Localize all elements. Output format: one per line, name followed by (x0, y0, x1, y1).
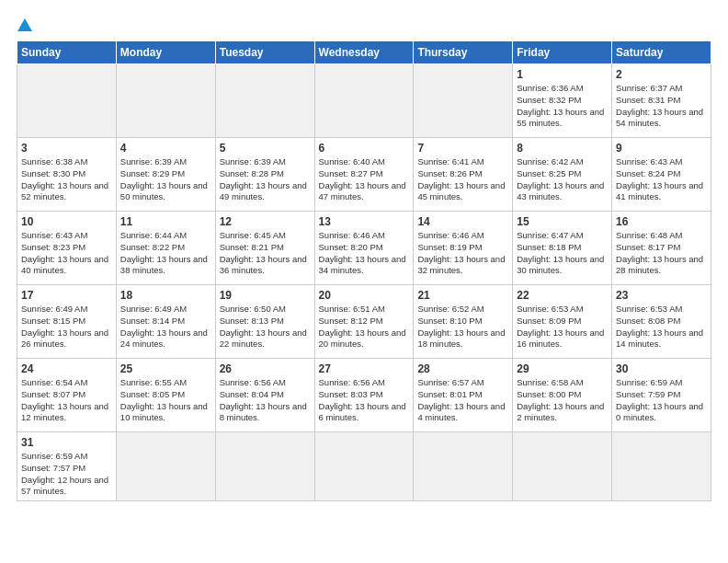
day-info: Sunrise: 6:59 AM Sunset: 7:57 PM Dayligh… (21, 451, 112, 498)
calendar-cell-2-5: 7Sunrise: 6:41 AM Sunset: 8:26 PM Daylig… (414, 138, 513, 212)
day-number: 27 (319, 362, 410, 375)
calendar-cell-2-7: 9Sunrise: 6:43 AM Sunset: 8:24 PM Daylig… (612, 138, 711, 212)
day-number: 28 (417, 362, 508, 375)
logo-icon (17, 17, 33, 33)
day-number: 18 (120, 289, 211, 302)
calendar-cell-3-6: 15Sunrise: 6:47 AM Sunset: 8:18 PM Dayli… (513, 212, 612, 285)
day-info: Sunrise: 6:49 AM Sunset: 8:14 PM Dayligh… (120, 304, 211, 350)
day-info: Sunrise: 6:43 AM Sunset: 8:24 PM Dayligh… (616, 156, 707, 203)
day-info: Sunrise: 6:37 AM Sunset: 8:31 PM Dayligh… (616, 83, 707, 130)
calendar-cell-6-6 (513, 432, 612, 501)
calendar-cell-5-7: 30Sunrise: 6:59 AM Sunset: 7:59 PM Dayli… (612, 359, 711, 432)
calendar-cell-1-7: 2Sunrise: 6:37 AM Sunset: 8:31 PM Daylig… (612, 64, 711, 138)
page: SundayMondayTuesdayWednesdayThursdayFrid… (0, 0, 728, 563)
calendar: SundayMondayTuesdayWednesdayThursdayFrid… (17, 40, 711, 501)
calendar-cell-4-1: 17Sunrise: 6:49 AM Sunset: 8:15 PM Dayli… (17, 285, 117, 359)
calendar-cell-4-4: 20Sunrise: 6:51 AM Sunset: 8:12 PM Dayli… (314, 285, 414, 359)
calendar-cell-1-4 (314, 64, 414, 138)
day-number: 25 (120, 362, 211, 375)
day-info: Sunrise: 6:40 AM Sunset: 8:27 PM Dayligh… (319, 156, 410, 203)
calendar-cell-3-5: 14Sunrise: 6:46 AM Sunset: 8:19 PM Dayli… (414, 212, 513, 285)
day-info: Sunrise: 6:56 AM Sunset: 8:04 PM Dayligh… (220, 377, 311, 424)
calendar-week-2: 3Sunrise: 6:38 AM Sunset: 8:30 PM Daylig… (17, 138, 711, 212)
calendar-week-4: 17Sunrise: 6:49 AM Sunset: 8:15 PM Dayli… (17, 285, 711, 359)
weekday-header-sunday: Sunday (17, 41, 117, 64)
day-number: 5 (220, 142, 311, 155)
day-info: Sunrise: 6:53 AM Sunset: 8:08 PM Dayligh… (616, 304, 707, 350)
day-info: Sunrise: 6:52 AM Sunset: 8:10 PM Dayligh… (417, 304, 508, 350)
calendar-cell-1-6: 1Sunrise: 6:36 AM Sunset: 8:32 PM Daylig… (513, 64, 612, 138)
calendar-cell-3-3: 12Sunrise: 6:45 AM Sunset: 8:21 PM Dayli… (215, 212, 314, 285)
calendar-week-5: 24Sunrise: 6:54 AM Sunset: 8:07 PM Dayli… (17, 359, 711, 432)
day-info: Sunrise: 6:49 AM Sunset: 8:15 PM Dayligh… (21, 304, 112, 350)
day-number: 22 (517, 289, 608, 302)
day-number: 21 (417, 289, 508, 302)
calendar-cell-1-1 (17, 64, 117, 138)
day-info: Sunrise: 6:46 AM Sunset: 8:19 PM Dayligh… (417, 230, 508, 277)
calendar-cell-4-6: 22Sunrise: 6:53 AM Sunset: 8:09 PM Dayli… (513, 285, 612, 359)
day-info: Sunrise: 6:56 AM Sunset: 8:03 PM Dayligh… (319, 377, 410, 424)
day-number: 2 (616, 68, 707, 81)
day-info: Sunrise: 6:58 AM Sunset: 8:00 PM Dayligh… (517, 377, 608, 424)
day-number: 14 (417, 215, 508, 228)
calendar-cell-2-2: 4Sunrise: 6:39 AM Sunset: 8:29 PM Daylig… (116, 138, 215, 212)
day-number: 23 (616, 289, 707, 302)
calendar-cell-2-3: 5Sunrise: 6:39 AM Sunset: 8:28 PM Daylig… (215, 138, 314, 212)
day-info: Sunrise: 6:45 AM Sunset: 8:21 PM Dayligh… (220, 230, 311, 277)
day-info: Sunrise: 6:39 AM Sunset: 8:29 PM Dayligh… (120, 156, 211, 203)
calendar-cell-4-3: 19Sunrise: 6:50 AM Sunset: 8:13 PM Dayli… (215, 285, 314, 359)
calendar-cell-3-7: 16Sunrise: 6:48 AM Sunset: 8:17 PM Dayli… (612, 212, 711, 285)
day-number: 30 (616, 362, 707, 375)
day-number: 10 (21, 215, 112, 228)
day-number: 20 (319, 289, 410, 302)
day-number: 17 (21, 289, 112, 302)
calendar-week-6: 31Sunrise: 6:59 AM Sunset: 7:57 PM Dayli… (17, 432, 711, 501)
day-number: 12 (220, 215, 311, 228)
calendar-cell-5-4: 27Sunrise: 6:56 AM Sunset: 8:03 PM Dayli… (314, 359, 414, 432)
calendar-cell-5-5: 28Sunrise: 6:57 AM Sunset: 8:01 PM Dayli… (414, 359, 513, 432)
weekday-header-wednesday: Wednesday (314, 41, 414, 64)
weekday-header-friday: Friday (513, 41, 612, 64)
day-info: Sunrise: 6:54 AM Sunset: 8:07 PM Dayligh… (21, 377, 112, 424)
calendar-cell-4-7: 23Sunrise: 6:53 AM Sunset: 8:08 PM Dayli… (612, 285, 711, 359)
day-info: Sunrise: 6:53 AM Sunset: 8:09 PM Dayligh… (517, 304, 608, 350)
calendar-cell-1-5 (414, 64, 513, 138)
day-number: 11 (120, 215, 211, 228)
day-info: Sunrise: 6:48 AM Sunset: 8:17 PM Dayligh… (616, 230, 707, 277)
calendar-header-row: SundayMondayTuesdayWednesdayThursdayFrid… (17, 41, 711, 64)
weekday-header-thursday: Thursday (414, 41, 513, 64)
day-number: 26 (220, 362, 311, 375)
calendar-cell-6-5 (414, 432, 513, 501)
svg-marker-0 (17, 18, 32, 31)
day-info: Sunrise: 6:55 AM Sunset: 8:05 PM Dayligh… (120, 377, 211, 424)
day-number: 1 (517, 68, 608, 81)
weekday-header-monday: Monday (116, 41, 215, 64)
calendar-week-3: 10Sunrise: 6:43 AM Sunset: 8:23 PM Dayli… (17, 212, 711, 285)
calendar-cell-5-6: 29Sunrise: 6:58 AM Sunset: 8:00 PM Dayli… (513, 359, 612, 432)
day-number: 3 (21, 142, 112, 155)
day-number: 24 (21, 362, 112, 375)
day-info: Sunrise: 6:57 AM Sunset: 8:01 PM Dayligh… (417, 377, 508, 424)
day-info: Sunrise: 6:47 AM Sunset: 8:18 PM Dayligh… (517, 230, 608, 277)
logo-area (17, 17, 35, 33)
calendar-cell-5-1: 24Sunrise: 6:54 AM Sunset: 8:07 PM Dayli… (17, 359, 117, 432)
day-info: Sunrise: 6:41 AM Sunset: 8:26 PM Dayligh… (417, 156, 508, 203)
day-number: 31 (21, 436, 112, 449)
calendar-cell-2-4: 6Sunrise: 6:40 AM Sunset: 8:27 PM Daylig… (314, 138, 414, 212)
day-info: Sunrise: 6:51 AM Sunset: 8:12 PM Dayligh… (319, 304, 410, 350)
day-info: Sunrise: 6:39 AM Sunset: 8:28 PM Dayligh… (220, 156, 311, 203)
calendar-cell-4-2: 18Sunrise: 6:49 AM Sunset: 8:14 PM Dayli… (116, 285, 215, 359)
day-number: 13 (319, 215, 410, 228)
calendar-cell-2-6: 8Sunrise: 6:42 AM Sunset: 8:25 PM Daylig… (513, 138, 612, 212)
calendar-cell-6-7 (612, 432, 711, 501)
calendar-cell-1-2 (116, 64, 215, 138)
calendar-cell-1-3 (215, 64, 314, 138)
day-number: 4 (120, 142, 211, 155)
logo-wrapper (17, 17, 35, 33)
day-number: 8 (517, 142, 608, 155)
weekday-header-tuesday: Tuesday (215, 41, 314, 64)
calendar-cell-6-1: 31Sunrise: 6:59 AM Sunset: 7:57 PM Dayli… (17, 432, 117, 501)
calendar-cell-3-2: 11Sunrise: 6:44 AM Sunset: 8:22 PM Dayli… (116, 212, 215, 285)
calendar-cell-6-4 (314, 432, 414, 501)
calendar-cell-2-1: 3Sunrise: 6:38 AM Sunset: 8:30 PM Daylig… (17, 138, 117, 212)
